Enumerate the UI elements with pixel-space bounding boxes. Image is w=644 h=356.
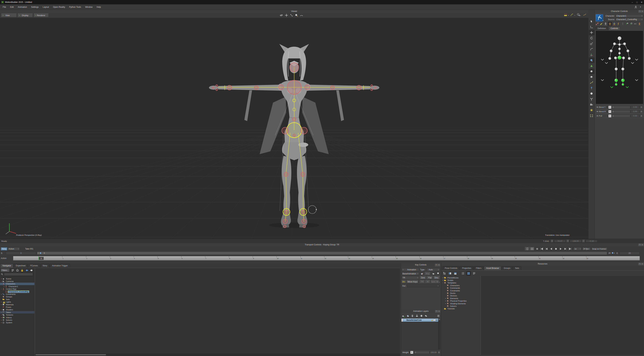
tree-view-icon[interactable] [442, 271, 446, 275]
story-mode-button[interactable]: Story [1, 247, 8, 251]
sync-all-expand-icon[interactable]: ▾ [439, 281, 440, 283]
zoom-bar-right-arrow-icon[interactable]: ▷ [614, 252, 615, 254]
renderer-menu-button[interactable]: ▽ Renderer [34, 14, 49, 17]
previous-frame-button[interactable] [545, 247, 548, 251]
key-group-dropdown[interactable]: ▽Animation [402, 268, 419, 271]
dropdown-arrow-icon[interactable]: ▾ [568, 15, 569, 16]
split-horizontal-icon[interactable] [453, 271, 457, 275]
timeline-split-view-button[interactable] [530, 247, 534, 251]
ik-auto-button[interactable]: A [640, 106, 643, 109]
close-panel-icon[interactable]: ✕ [438, 264, 440, 266]
tab-groups[interactable]: Groups [502, 266, 512, 270]
user-account-icon[interactable] [634, 6, 637, 9]
fk-button[interactable]: FK [420, 280, 425, 283]
weight-auto-button[interactable]: A [438, 351, 440, 354]
tab-asset-browser[interactable]: Asset Browser [484, 266, 501, 270]
merge-down-icon[interactable] [415, 314, 418, 317]
tree-item-poses[interactable]: Poses [0, 306, 34, 308]
menu-window[interactable]: Window [83, 5, 94, 9]
axis-x-value[interactable]: 74.47 [554, 240, 566, 243]
tree-item-elements[interactable]: + Elements [442, 297, 480, 300]
expand-toggle[interactable]: + [0, 309, 2, 311]
display-menu-button[interactable]: ▽ Display [18, 14, 33, 17]
ik-slider[interactable] [612, 114, 630, 117]
action-mode-dropdown[interactable]: Action▽ [8, 247, 20, 251]
character-logo[interactable]: ▾ [596, 14, 603, 22]
sync-all-button[interactable]: Sync. All [431, 280, 439, 283]
ik-button[interactable]: IK [425, 280, 430, 283]
nav-back-icon[interactable] [25, 269, 28, 272]
next-frame-button[interactable] [564, 247, 567, 251]
key-layer-dropdown[interactable]: BaseAnimation▽ [402, 272, 419, 275]
close-panel-icon[interactable]: ✕ [641, 10, 644, 13]
filters-button[interactable]: Filters... [1, 269, 10, 272]
weight-slider[interactable] [414, 351, 430, 354]
disc-key-button[interactable]: Disc. [434, 276, 440, 279]
magnify-icon[interactable] [295, 13, 298, 17]
expand-toggle[interactable]: − [0, 288, 2, 290]
zoom-arrow-icon[interactable] [290, 13, 293, 17]
go-to-end-button[interactable] [568, 247, 572, 251]
duplicate-layers-icon[interactable] [424, 314, 428, 317]
tool-scale-box[interactable] [589, 41, 594, 46]
tree-item-constraints[interactable]: Constraints [442, 289, 480, 292]
snap-mode-dropdown[interactable]: Snap on Frames▽ [591, 247, 608, 251]
merge-layers-icon[interactable] [420, 314, 423, 317]
expand-toggle[interactable]: + [0, 301, 2, 303]
scroll-up-icon[interactable]: ▲ [438, 318, 440, 320]
pan-icon[interactable] [285, 13, 288, 17]
tree-item-scripts[interactable]: + Scripts [442, 279, 480, 281]
view-menu-button[interactable]: ▽ View [1, 14, 17, 17]
tool-move-4way[interactable] [589, 30, 594, 35]
animation-layer-row[interactable]: BaseAnimation 1 [402, 318, 438, 322]
move-keys-button[interactable]: Move Keys [407, 280, 418, 283]
thumbnail-view-icon[interactable] [466, 271, 471, 276]
expand-toggle[interactable]: − [442, 282, 444, 284]
ik-auto-button[interactable]: A [640, 114, 643, 117]
stop-button[interactable] [554, 247, 558, 251]
figure-keying-icon[interactable] [638, 22, 641, 26]
tab-filters[interactable]: Filters [474, 266, 484, 270]
trash-icon[interactable] [411, 314, 414, 317]
keying-path-icon[interactable] [570, 13, 574, 17]
menu-layout[interactable]: Layout [40, 5, 51, 9]
zoom-bar-left-arrow-icon[interactable]: ◁ [38, 252, 39, 254]
ik-auto-button[interactable]: A [640, 110, 643, 113]
tab-definition[interactable]: Definition [595, 27, 608, 30]
tree-item-decks[interactable]: Decks [442, 292, 480, 294]
expand-toggle[interactable]: + [0, 321, 2, 324]
popup-window-icon[interactable]: ❐ [638, 10, 641, 13]
tree-item-characters[interactable]: − Characters [0, 283, 34, 285]
body-part-icon[interactable] [612, 22, 616, 26]
list-view-icon[interactable] [461, 271, 465, 275]
menu-settings[interactable]: Settings [29, 5, 40, 9]
search-input[interactable] [4, 273, 33, 276]
tool-rotate[interactable] [589, 36, 594, 41]
ik-value[interactable]: 0.00 [631, 110, 640, 113]
list-options-icon[interactable] [11, 269, 14, 272]
tree-item-templates[interactable]: − Templates [442, 282, 480, 284]
tree-item-devices[interactable]: Devices [442, 295, 480, 297]
delete-key-button[interactable]: ✖ [436, 272, 440, 275]
tree-item-shading-elements[interactable]: + Shading Elements [442, 302, 480, 305]
layers-vscrollbar[interactable]: ▲ [438, 318, 440, 350]
nav-forward-icon[interactable] [30, 269, 33, 272]
popup-window-icon[interactable]: ❐ [435, 310, 438, 312]
expand-toggle[interactable]: + [0, 280, 2, 282]
expand-toggle[interactable]: + [444, 303, 446, 305]
tool-light[interactable] [589, 107, 594, 113]
weight-key-button[interactable]: K [410, 351, 413, 354]
next-key-button[interactable]: ●▶ [431, 272, 436, 275]
take-name[interactable]: Take 001 [25, 248, 33, 250]
tree-item-control-rigs[interactable]: − Control Rigs [0, 288, 34, 290]
tab-pose-controls[interactable]: Pose Controls [442, 266, 460, 270]
key-type-dropdown[interactable]: Auto▽ [426, 268, 440, 271]
zero-key-button[interactable]: Zero [420, 276, 426, 279]
scrollbar-thumb[interactable] [36, 354, 106, 355]
pin-rotate-icon[interactable] [629, 22, 633, 26]
timeline-view-button[interactable] [525, 247, 530, 251]
close-panel-icon[interactable]: ✕ [641, 244, 644, 246]
tree-item-takes[interactable]: + Takes [0, 311, 34, 313]
tool-spline[interactable] [589, 80, 594, 85]
tree-item-materials[interactable]: + Materials [0, 303, 34, 306]
